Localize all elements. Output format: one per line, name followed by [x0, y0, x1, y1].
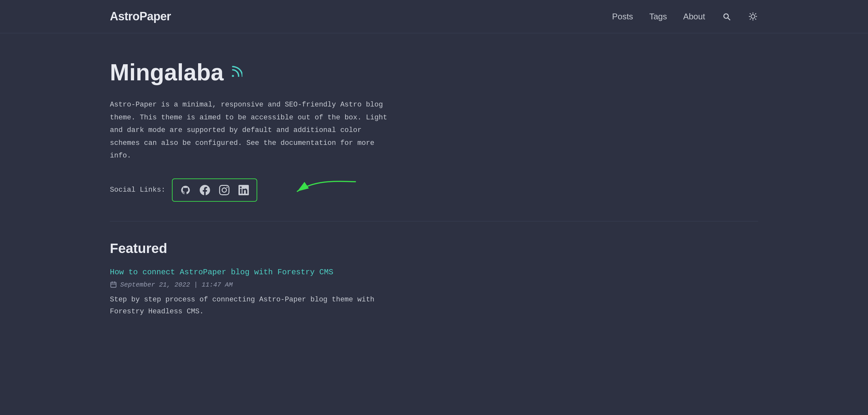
- main-content: Mingalaba Astro-Paper is a minimal, resp…: [0, 33, 868, 344]
- site-logo[interactable]: AstroPaper: [110, 10, 171, 23]
- hero-heading: Mingalaba: [110, 59, 224, 85]
- section-divider: [110, 221, 758, 221]
- arrow-annotation: [291, 175, 362, 201]
- svg-line-8: [755, 13, 756, 14]
- main-nav: Posts Tags About: [612, 11, 758, 22]
- hero-description: Astro-Paper is a minimal, responsive and…: [110, 98, 388, 162]
- facebook-icon[interactable]: [196, 182, 213, 199]
- theme-toggle-icon[interactable]: [748, 11, 758, 22]
- featured-post-link[interactable]: How to connect AstroPaper blog with Fore…: [110, 268, 758, 277]
- rss-icon[interactable]: [229, 64, 242, 81]
- svg-point-0: [751, 14, 755, 19]
- post-meta: September 21, 2022 | 11:47 AM: [110, 281, 758, 288]
- nav-about[interactable]: About: [683, 12, 705, 22]
- nav-tags[interactable]: Tags: [649, 12, 667, 22]
- post-excerpt: Step by step process of connecting Astro…: [110, 293, 375, 318]
- hero-section: Mingalaba: [110, 59, 758, 85]
- social-links-section: Social Links:: [110, 178, 758, 202]
- social-icons-container: [172, 178, 257, 202]
- svg-line-5: [750, 13, 751, 14]
- social-links-label: Social Links:: [110, 186, 165, 194]
- nav-posts[interactable]: Posts: [612, 12, 633, 22]
- instagram-icon[interactable]: [216, 182, 233, 199]
- svg-rect-11: [111, 282, 116, 287]
- linkedin-icon[interactable]: [235, 182, 252, 199]
- featured-heading: Featured: [110, 241, 758, 256]
- search-icon[interactable]: [721, 11, 732, 22]
- featured-section: Featured How to connect AstroPaper blog …: [110, 241, 758, 318]
- svg-line-7: [750, 19, 751, 20]
- github-icon[interactable]: [177, 182, 194, 199]
- site-header: AstroPaper Posts Tags About: [0, 0, 868, 33]
- calendar-icon: [110, 281, 117, 288]
- post-date: September 21, 2022 | 11:47 AM: [120, 281, 233, 288]
- svg-point-9: [232, 75, 234, 77]
- svg-line-6: [755, 19, 756, 20]
